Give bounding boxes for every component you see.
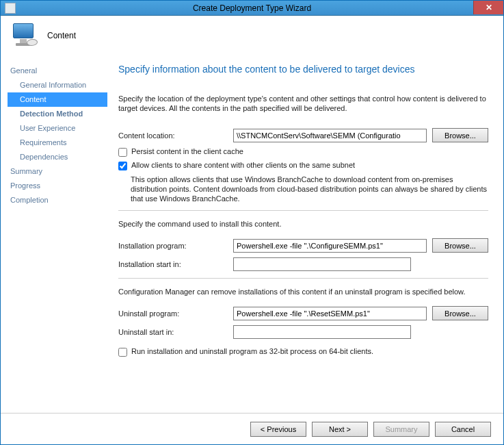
footer: < Previous Next > Summary Cancel xyxy=(1,413,503,444)
app-icon xyxy=(5,3,16,14)
nav-completion[interactable]: Completion xyxy=(8,193,107,207)
page-heading: Specify information about the content to… xyxy=(118,64,488,75)
install-start-input[interactable] xyxy=(233,257,411,271)
wizard-window: Create Deployment Type Wizard ✕ Content … xyxy=(0,0,504,445)
nav-detection-method[interactable]: Detection Method xyxy=(8,107,107,121)
summary-button[interactable]: Summary xyxy=(373,422,429,437)
separator-2 xyxy=(118,278,488,279)
install-start-label: Installation start in: xyxy=(118,260,228,268)
content-location-browse-button[interactable]: Browse... xyxy=(432,128,488,142)
nav-progress[interactable]: Progress xyxy=(8,179,107,193)
install-program-label: Installation program: xyxy=(118,242,228,250)
persist-label: Persist content in the client cache xyxy=(131,147,243,155)
computer-icon xyxy=(10,22,38,49)
run-32bit-checkbox[interactable] xyxy=(118,348,127,357)
nav-requirements[interactable]: Requirements xyxy=(8,136,107,150)
install-program-browse-button[interactable]: Browse... xyxy=(432,238,488,253)
persist-checkbox[interactable] xyxy=(118,148,127,157)
window-title: Create Deployment Type Wizard xyxy=(193,3,311,13)
nav-content[interactable]: Content xyxy=(8,92,107,107)
page-description: Specify the location of the deployment t… xyxy=(118,94,488,113)
share-label: Allow clients to share content with othe… xyxy=(131,161,355,169)
uninstall-program-browse-button[interactable]: Browse... xyxy=(432,306,488,320)
uninstall-program-label: Uninstall program: xyxy=(118,309,228,318)
install-description: Specify the command used to install this… xyxy=(118,219,488,229)
nav-summary[interactable]: Summary xyxy=(8,164,107,179)
nav-dependencies[interactable]: Dependencies xyxy=(8,150,107,164)
content-pane: Specify information about the content to… xyxy=(107,55,495,413)
titlebar: Create Deployment Type Wizard ✕ xyxy=(1,1,503,16)
wizard-nav: General General Information Content Dete… xyxy=(5,55,107,413)
content-location-input[interactable] xyxy=(233,129,427,142)
next-button[interactable]: Next > xyxy=(312,422,368,437)
uninstall-start-input[interactable] xyxy=(233,325,411,339)
run-32bit-label: Run installation and uninstall program a… xyxy=(131,347,373,355)
install-program-input[interactable] xyxy=(233,239,427,253)
content-location-label: Content location: xyxy=(118,131,228,140)
uninstall-program-input[interactable] xyxy=(233,307,427,320)
uninstall-description: Configuration Manager can remove install… xyxy=(118,287,488,296)
nav-general[interactable]: General xyxy=(8,64,107,78)
header-band: Content xyxy=(1,16,503,55)
share-note: This option allows clients that use Wind… xyxy=(131,175,488,203)
nav-user-experience[interactable]: User Experience xyxy=(8,121,107,136)
uninstall-start-label: Uninstall start in: xyxy=(118,328,228,336)
nav-general-information[interactable]: General Information xyxy=(8,78,107,92)
share-checkbox[interactable] xyxy=(118,162,127,170)
cancel-button[interactable]: Cancel xyxy=(435,422,491,437)
separator-1 xyxy=(118,210,488,211)
close-button[interactable]: ✕ xyxy=(473,1,503,14)
page-header-label: Content xyxy=(47,31,76,40)
previous-button[interactable]: < Previous xyxy=(250,422,306,437)
